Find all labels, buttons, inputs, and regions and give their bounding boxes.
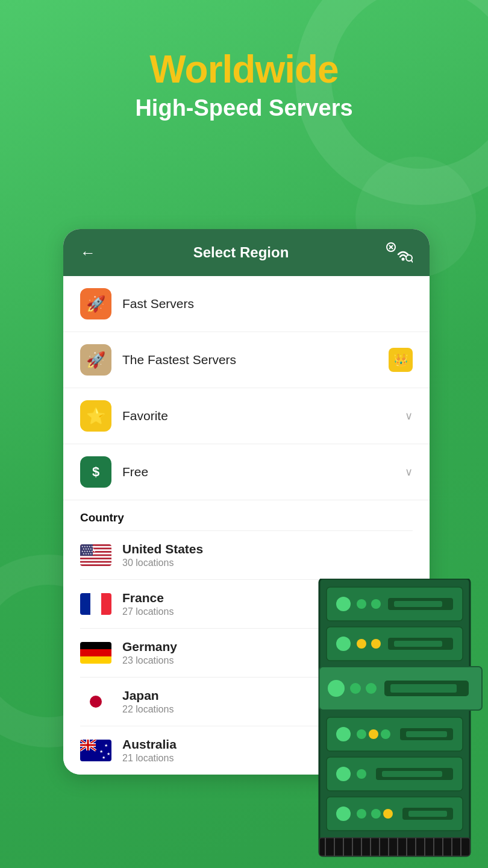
svg-point-41 — [357, 639, 366, 649]
us-flag-svg: ★★★★★★ ★★★★★ ★★★★★★ ★★★★★ — [80, 544, 111, 566]
de-red — [80, 649, 111, 656]
svg-text:★: ★ — [104, 743, 108, 747]
rocket-tan-icon: 🚀 — [86, 351, 105, 370]
header-title-line1: Worldwide — [0, 48, 488, 90]
svg-point-3 — [402, 258, 405, 261]
au-flag-svg: ★ ★ ★ ★ — [80, 740, 111, 761]
svg-point-67 — [383, 809, 393, 819]
us-info: United States 30 locations — [122, 542, 413, 568]
fast-servers-icon-box: 🚀 — [80, 288, 111, 319]
svg-rect-69 — [408, 811, 447, 817]
dollar-icon: $ — [92, 464, 99, 480]
crown-symbol: 👑 — [393, 353, 408, 367]
svg-point-66 — [371, 809, 381, 819]
background: Worldwide High-Speed Servers ← Select Re… — [0, 0, 488, 868]
svg-text:★: ★ — [107, 752, 110, 756]
svg-rect-62 — [382, 771, 442, 777]
back-button[interactable]: ← — [80, 244, 96, 262]
flag-jp — [80, 691, 111, 712]
menu-item-free[interactable]: $ Free ∨ — [63, 444, 430, 500]
svg-point-54 — [369, 729, 378, 739]
svg-rect-27 — [80, 744, 96, 746]
svg-point-59 — [336, 767, 351, 781]
svg-rect-12 — [80, 562, 111, 564]
svg-point-42 — [371, 639, 381, 649]
free-icon-box: $ — [80, 456, 111, 488]
star-icon: ⭐ — [86, 407, 105, 426]
svg-rect-11 — [80, 559, 111, 561]
svg-line-5 — [411, 260, 413, 262]
wifi-search-icon[interactable] — [386, 242, 413, 263]
svg-point-48 — [366, 683, 377, 694]
free-label: Free — [122, 465, 405, 479]
svg-point-35 — [357, 599, 366, 609]
svg-point-64 — [336, 807, 351, 821]
svg-rect-38 — [394, 601, 442, 607]
fast-servers-label: Fast Servers — [122, 297, 413, 311]
favorite-icon-box: ⭐ — [80, 400, 111, 432]
svg-rect-70 — [319, 838, 470, 856]
de-gold — [80, 656, 111, 664]
fr-blue — [80, 593, 90, 615]
favorite-chevron-icon: ∨ — [405, 409, 413, 423]
flag-au: ★ ★ ★ ★ — [80, 740, 111, 761]
country-item-us[interactable]: ★★★★★★ ★★★★★ ★★★★★★ ★★★★★ United States … — [80, 530, 413, 579]
flag-us: ★★★★★★ ★★★★★ ★★★★★★ ★★★★★ — [80, 544, 111, 566]
flag-fr — [80, 593, 111, 615]
fastest-servers-label: The Fastest Servers — [122, 353, 389, 367]
svg-rect-50 — [390, 684, 457, 693]
de-black — [80, 642, 111, 649]
menu-item-fastest-servers[interactable]: 🚀 The Fastest Servers 👑 — [63, 332, 430, 388]
wifi-search-svg — [386, 242, 413, 263]
server-rack-illustration — [313, 579, 488, 868]
jp-circle — [90, 696, 102, 708]
country-section-label: Country — [80, 511, 413, 524]
svg-point-55 — [381, 729, 390, 739]
svg-point-53 — [357, 729, 366, 739]
svg-point-36 — [371, 599, 381, 609]
svg-point-52 — [336, 727, 351, 741]
svg-point-34 — [336, 597, 351, 611]
free-chevron-icon: ∨ — [405, 465, 413, 479]
svg-rect-10 — [80, 556, 111, 558]
card-header-title: Select Region — [96, 244, 386, 261]
svg-text:★: ★ — [99, 749, 103, 753]
card-header: ← Select Region — [63, 229, 430, 276]
svg-point-60 — [357, 769, 366, 779]
menu-list: 🚀 Fast Servers 🚀 The Fastest Servers 👑 ⭐ — [63, 276, 430, 500]
de-flag-div — [80, 642, 111, 664]
rocket-orange-icon: 🚀 — [86, 295, 105, 313]
svg-point-65 — [357, 809, 366, 819]
fastest-servers-icon-box: 🚀 — [80, 344, 111, 376]
svg-point-40 — [336, 637, 351, 651]
svg-rect-44 — [394, 641, 442, 647]
menu-item-fast-servers[interactable]: 🚀 Fast Servers — [63, 276, 430, 332]
flag-de — [80, 642, 111, 664]
svg-point-47 — [350, 683, 361, 694]
crown-icon: 👑 — [389, 348, 413, 372]
jp-flag-div — [80, 691, 111, 712]
fr-white — [90, 593, 101, 615]
svg-text:★: ★ — [102, 755, 105, 760]
fr-red — [101, 593, 111, 615]
header-title-line2: High-Speed Servers — [0, 95, 488, 121]
us-name: United States — [122, 542, 413, 556]
svg-point-46 — [328, 680, 345, 697]
svg-text:★★★★★: ★★★★★ — [83, 552, 95, 555]
us-locations: 30 locations — [122, 558, 413, 568]
server-rack-svg — [313, 579, 488, 868]
fr-flag-div — [80, 593, 111, 615]
menu-item-favorite[interactable]: ⭐ Favorite ∨ — [63, 388, 430, 444]
header-section: Worldwide High-Speed Servers — [0, 0, 488, 145]
favorite-label: Favorite — [122, 409, 405, 423]
svg-rect-57 — [406, 731, 447, 737]
